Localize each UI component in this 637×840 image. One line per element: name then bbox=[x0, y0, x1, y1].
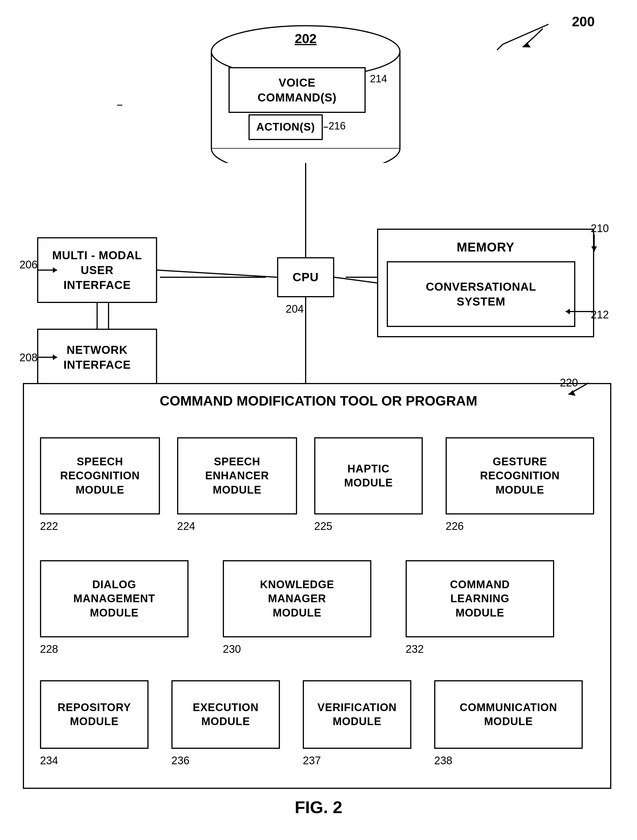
ref-210: 210 bbox=[591, 223, 609, 235]
multi-modal-box: MULTI - MODALUSERINTERFACE bbox=[37, 237, 157, 303]
speech-recognition-box: SPEECHRECOGNITIONMODULE bbox=[40, 437, 160, 515]
ref-226: 226 bbox=[446, 520, 464, 532]
svg-marker-27 bbox=[523, 42, 531, 47]
network-interface-box: NETWORKINTERFACE bbox=[37, 329, 157, 386]
cpu-box: CPU bbox=[277, 257, 334, 297]
ref-222: 222 bbox=[40, 520, 58, 532]
ref-228: 228 bbox=[40, 643, 58, 655]
ref-234: 234 bbox=[40, 755, 58, 767]
ref-200-label: 200 bbox=[572, 14, 595, 30]
verification-box: VERIFICATIONMODULE bbox=[303, 680, 412, 749]
conversational-system-box: CONVERSATIONALSYSTEM bbox=[387, 261, 575, 327]
svg-line-12 bbox=[157, 270, 277, 277]
cylinder-202: 202 VOICECOMMAND(S) 214 ACTION(S) 216 bbox=[206, 23, 406, 163]
ref-232: 232 bbox=[406, 643, 424, 655]
svg-line-5 bbox=[503, 24, 549, 44]
ref-230: 230 bbox=[223, 643, 241, 655]
speech-enhancer-box: SPEECHENHANCERMODULE bbox=[177, 437, 297, 515]
ref-237: 237 bbox=[303, 755, 321, 767]
ref-212: 212 bbox=[591, 309, 609, 321]
gesture-recognition-box: GESTURERECOGNITIONMODULE bbox=[446, 437, 594, 515]
memory-outer-box: MEMORY CONVERSATIONALSYSTEM bbox=[377, 229, 594, 337]
ref-206: 206 bbox=[19, 259, 38, 271]
execution-box: EXECUTIONMODULE bbox=[171, 680, 280, 749]
knowledge-manager-box: KNOWLEDGEMANAGERMODULE bbox=[223, 560, 371, 637]
repository-box: REPOSITORYMODULE bbox=[40, 680, 148, 749]
ref-208: 208 bbox=[19, 352, 38, 364]
command-modification-title: COMMAND MODIFICATION TOOL OR PROGRAM bbox=[0, 393, 637, 409]
communication-box: COMMUNICATIONMODULE bbox=[434, 680, 583, 749]
diagram: 200 202 VOICECOMMAND(S) 214 ACTION(S) 21… bbox=[0, 0, 637, 840]
svg-line-6 bbox=[497, 44, 503, 50]
figure-label: FIG. 2 bbox=[0, 797, 637, 817]
ref-238: 238 bbox=[434, 755, 452, 767]
haptic-box: HAPTICMODULE bbox=[314, 437, 423, 515]
ref-220: 220 bbox=[560, 377, 578, 389]
ref-225: 225 bbox=[314, 520, 332, 532]
svg-line-13 bbox=[334, 277, 377, 283]
dialog-management-box: DIALOGMANAGEMENTMODULE bbox=[40, 560, 189, 637]
ref-224: 224 bbox=[177, 520, 195, 532]
command-learning-box: COMMANDLEARNINGMODULE bbox=[406, 560, 554, 637]
ref-204: 204 bbox=[285, 303, 304, 315]
ref-236: 236 bbox=[171, 755, 189, 767]
